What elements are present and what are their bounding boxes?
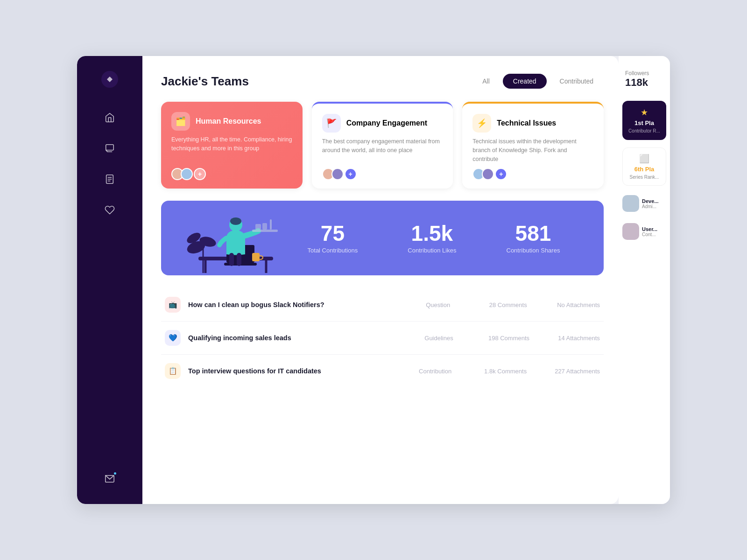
user-role-2: Cont... [642,232,657,237]
followers-section: Followers 118k [622,65,666,93]
rank-1st-sub: Contributor R... [628,128,660,133]
stat-value-likes: 1.5k [408,223,456,244]
sidebar-nav [103,111,116,472]
content-meta-slack: Question 28 Comments No Attachments [417,301,600,308]
stats-group: 75 Total Contributions 1.5k Contribution… [282,223,585,254]
content-attachments-interview: 227 Attachments [555,368,600,375]
mail-notification-dot [113,471,117,476]
stat-value-contributions: 75 [308,223,358,244]
card-title-hr: Human Resources [196,117,261,126]
avatar-plus-ce[interactable]: + [345,168,357,180]
content-icon-interview: 📋 [165,363,181,379]
filter-tabs: All Created Contributed [472,74,604,89]
avatar-2 [331,168,344,180]
user-avatar-2 [622,223,639,240]
star-icon: ★ [641,107,648,118]
rank-6th-label: 6th Pla [634,166,655,173]
card-header: 🗂️ Human Resources [171,112,292,131]
content-comments-slack: 28 Comments [487,301,529,308]
right-panel: Followers 118k ★ 1st Pla Contributor R..… [619,56,670,504]
content-meta-sales: Guidelines 198 Comments 14 Attachments [418,335,600,342]
user-info-1: Deve... Admi... [642,198,658,209]
svg-rect-19 [229,253,234,266]
content-comments-sales: 198 Comments [488,335,530,342]
sidebar [77,56,142,504]
sidebar-icon-chat[interactable] [103,142,116,155]
svg-point-18 [230,217,241,225]
avatar-plus-ti[interactable]: + [495,168,507,180]
card-title-ti: Technical Issues [497,119,556,127]
card-icon-hr: 🗂️ [171,112,190,131]
banner-illustration [180,201,282,275]
content-comments-interview: 1.8k Comments [484,368,527,375]
stat-value-shares: 581 [507,223,560,244]
user-entry-2[interactable]: User... Cont... [622,221,666,242]
svg-rect-22 [270,219,272,230]
main-content: Jackie's Teams All Created Contributed 🗂… [142,56,619,504]
followers-count: 118k [625,77,663,89]
stat-total-contributions: 75 Total Contributions [308,223,358,254]
card-avatars-ce: + [322,168,443,180]
card-avatars-ti: + [472,168,593,180]
page-title: Jackie's Teams [161,74,249,89]
stat-label-contributions: Total Contributions [308,247,358,254]
card-desc-hr: Everything HR, all the time. Compliance,… [171,135,292,153]
content-type-sales: Guidelines [418,335,460,342]
sidebar-icon-document[interactable] [103,173,116,186]
user-info-2: User... Cont... [642,226,657,237]
rank-orange-icon: ⬜ [639,154,649,164]
svg-rect-20 [237,253,241,266]
followers-label: Followers [625,70,663,77]
svg-rect-16 [252,253,260,261]
stat-contribution-shares: 581 Contribution Shares [507,223,560,254]
stat-label-shares: Contribution Shares [507,247,560,254]
svg-rect-1 [106,145,114,150]
avatar-2 [181,168,193,180]
content-title-interview: Top interview questions for IT candidate… [188,367,321,375]
card-icon-ce: 🚩 [322,114,341,133]
rank-card-6th: ⬜ 6th Pla Series Rank... [622,147,666,186]
card-avatars-hr: + [171,168,292,180]
stat-contribution-likes: 1.5k Contribution Likes [408,223,456,254]
content-attachments-sales: 14 Attachments [558,335,600,342]
filter-tab-all[interactable]: All [472,74,500,89]
avatar-plus-hr[interactable]: + [194,168,206,180]
team-card-company-engagement[interactable]: 🚩 Company Engagement The best company en… [312,102,453,189]
content-icon-sales: 💙 [165,330,181,346]
card-header-ti: ⚡ Technical Issues [472,114,593,133]
user-name-1: Deve... [642,198,658,204]
user-name-2: User... [642,226,657,232]
stats-banner: 75 Total Contributions 1.5k Contribution… [161,201,604,275]
filter-tab-contributed[interactable]: Contributed [550,74,604,89]
content-title-sales: Qualifying incoming sales leads [188,334,310,342]
content-attachments-slack: No Attachments [557,301,600,308]
svg-rect-24 [262,223,267,230]
content-meta-interview: Contribution 1.8k Comments 227 Attachmen… [414,368,600,375]
rank-card-1st: ★ 1st Pla Contributor R... [622,101,666,140]
card-header-ce: 🚩 Company Engagement [322,114,443,133]
user-entry-1[interactable]: Deve... Admi... [622,193,666,214]
sidebar-icon-home[interactable] [103,111,116,124]
content-list: 📺 How can I clean up bogus Slack Notifie… [161,288,604,387]
page-header: Jackie's Teams All Created Contributed [161,74,604,89]
card-icon-ti: ⚡ [472,114,491,133]
sidebar-mail-wrap[interactable] [103,472,116,495]
content-title-slack: How can I clean up bogus Slack Notifiers… [188,301,324,308]
content-item-interview[interactable]: 📋 Top interview questions for IT candida… [161,355,604,387]
content-type-slack: Question [417,301,459,308]
user-role-1: Admi... [642,204,658,209]
sidebar-icon-heart[interactable] [103,203,116,217]
svg-rect-21 [252,230,278,232]
sidebar-logo [100,70,119,89]
card-title-ce: Company Engagement [346,119,427,127]
illustration-svg [180,201,282,275]
content-type-interview: Contribution [414,368,456,375]
team-card-technical-issues[interactable]: ⚡ Technical Issues Technical issues with… [462,102,604,189]
team-card-human-resources[interactable]: 🗂️ Human Resources Everything HR, all th… [161,102,303,189]
filter-tab-created[interactable]: Created [503,74,547,89]
stat-label-likes: Contribution Likes [408,247,456,254]
content-item-sales[interactable]: 💙 Qualifying incoming sales leads Guidel… [161,322,604,355]
content-icon-slack: 📺 [165,297,181,313]
rank-1st-label: 1st Pla [634,119,654,126]
content-item-slack[interactable]: 📺 How can I clean up bogus Slack Notifie… [161,288,604,322]
